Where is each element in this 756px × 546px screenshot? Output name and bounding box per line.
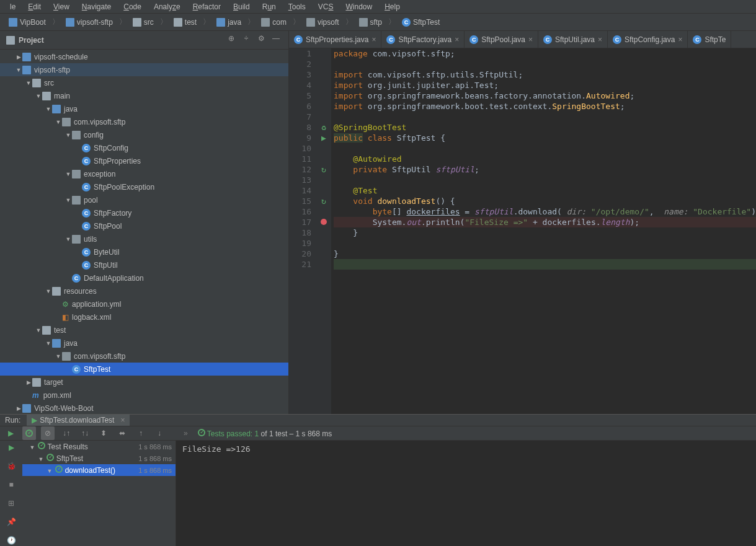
breadcrumb-item[interactable]: vipsoft-sftp	[62, 17, 117, 27]
run-tab[interactable]: ▶SftpTest.downloadTest×	[27, 415, 130, 426]
menu-edit[interactable]: Edit	[28, 2, 41, 11]
breadcrumb-item[interactable]: src	[129, 17, 158, 27]
tree-item[interactable]: ▼utils	[0, 232, 288, 245]
class-icon: C	[543, 35, 552, 44]
code-content[interactable]: package com.vipsoft.sftp;import com.vips…	[331, 48, 756, 414]
breadcrumb-item[interactable]: sftp	[355, 17, 386, 27]
breadcrumb-item[interactable]: java	[213, 17, 245, 27]
collapse-button[interactable]: ÷	[240, 34, 252, 46]
tree-item[interactable]: CDefaultApplication	[0, 271, 288, 284]
locate-button[interactable]: ⊕	[225, 34, 238, 46]
prev-button[interactable]: ↑	[134, 426, 148, 440]
folder-icon	[42, 92, 51, 100]
tree-item[interactable]: ▼com.vipsoft.sftp	[0, 350, 288, 363]
tree-item[interactable]: ▼main	[0, 89, 288, 102]
menu-tools[interactable]: Tools	[288, 2, 306, 11]
menu-run[interactable]: Run	[262, 2, 276, 11]
folder-icon	[42, 326, 51, 335]
editor-tab[interactable]: CSftpProperties.java×	[289, 31, 381, 48]
menu-window[interactable]: Window	[345, 2, 372, 11]
breadcrumb-item[interactable]: test	[170, 17, 200, 27]
editor-tab[interactable]: CSftpPool.java×	[465, 31, 538, 48]
folder-icon	[216, 18, 225, 27]
collapse-button[interactable]: ⬌	[115, 426, 129, 440]
toggle-pass-button[interactable]	[22, 426, 36, 440]
tree-item[interactable]: ▼java	[0, 337, 288, 350]
tree-item[interactable]: ▶target	[0, 376, 288, 389]
menu-file[interactable]: le	[10, 2, 16, 11]
breadcrumb-item[interactable]: com	[257, 17, 290, 27]
pin-button[interactable]: 📌	[5, 517, 17, 530]
tree-item[interactable]: ▶VipSoft-Web-Boot	[0, 402, 288, 414]
stop-button[interactable]: ■	[5, 480, 17, 493]
hide-button[interactable]: —	[270, 34, 282, 46]
editor-tab[interactable]: CSftpConfig.java×	[608, 31, 688, 48]
menu-analyze[interactable]: Analyze	[154, 2, 180, 11]
menu-refactor[interactable]: Refactor	[193, 2, 221, 11]
tree-item[interactable]: CSftpPoolException	[0, 180, 288, 193]
tree-item[interactable]: ◧logback.xml	[0, 310, 288, 324]
history-button[interactable]: 🕐	[5, 536, 17, 546]
menu-code[interactable]: Code	[123, 2, 141, 11]
project-tree[interactable]: ▶vipsoft-schedule▼vipsoft-sftp▼src▼main▼…	[0, 50, 288, 414]
folder-icon	[52, 339, 61, 348]
breadcrumb-item[interactable]: VipBoot	[5, 17, 50, 27]
tree-item[interactable]: ▼pool	[0, 193, 288, 206]
settings-button[interactable]: ⚙	[255, 34, 267, 46]
tree-item[interactable]: CSftpPool	[0, 219, 288, 232]
breadcrumb-item[interactable]: CSftpTest	[398, 17, 443, 27]
tree-item[interactable]: ▼vipsoft-sftp	[0, 63, 288, 76]
test-row[interactable]: ▼ Test Results1 s 868 ms	[22, 441, 176, 452]
test-row[interactable]: ▼ downloadTest()1 s 868 ms	[22, 464, 176, 476]
sort-button[interactable]: ↓↑	[60, 426, 73, 440]
next-button[interactable]: ↓	[153, 426, 166, 440]
close-icon[interactable]: ×	[678, 35, 682, 44]
tree-item[interactable]: CSftpConfig	[0, 141, 288, 154]
close-icon[interactable]: ×	[598, 35, 602, 44]
tree-item[interactable]: mpom.xml	[0, 389, 288, 402]
tree-item[interactable]: ▼test	[0, 324, 288, 337]
editor-tab[interactable]: CSftpFactory.java×	[381, 31, 465, 48]
tree-item[interactable]: ▼config	[0, 128, 288, 141]
sort2-button[interactable]: ↑↓	[78, 426, 92, 440]
test-tree[interactable]: ▼ Test Results1 s 868 ms▼ SftpTest1 s 86…	[22, 441, 176, 546]
tree-item[interactable]: CByteUtil	[0, 245, 288, 258]
breakpoint-icon[interactable]	[321, 219, 327, 225]
menu-vcs[interactable]: VCS	[318, 2, 334, 11]
rerun-button[interactable]: ▶	[4, 426, 17, 440]
gutter-markers[interactable]: ♻▶↻↻	[316, 48, 331, 414]
editor-tab[interactable]: CSftpUtil.java×	[538, 31, 608, 48]
tree-item[interactable]: CSftpTest	[0, 363, 288, 376]
console-output[interactable]: FileSize =>126	[176, 441, 756, 546]
folder-icon	[32, 378, 41, 387]
layout-button[interactable]: ⊞	[5, 499, 17, 511]
menu-help[interactable]: Help	[385, 2, 400, 11]
tree-item[interactable]: ▼exception	[0, 167, 288, 180]
close-icon[interactable]: ×	[371, 35, 376, 44]
expand-button[interactable]: ⬍	[97, 426, 110, 440]
tree-item[interactable]: CSftpProperties	[0, 154, 288, 167]
menu-navigate[interactable]: Navigate	[82, 2, 111, 11]
close-icon[interactable]: ×	[528, 35, 533, 44]
menu-build[interactable]: Build	[233, 2, 250, 11]
class-icon: C	[82, 144, 91, 152]
test-row[interactable]: ▼ SftpTest1 s 868 ms	[22, 452, 176, 464]
package-icon	[261, 18, 270, 27]
debug-button[interactable]: 🐞	[5, 462, 17, 474]
tree-item[interactable]: ▼resources	[0, 284, 288, 297]
toggle-ignore-button[interactable]: ⊘	[41, 426, 55, 440]
tree-item[interactable]: ▶vipsoft-schedule	[0, 50, 288, 63]
tree-item[interactable]: ▼com.vipsoft.sftp	[0, 115, 288, 128]
menu-view[interactable]: View	[53, 2, 69, 11]
editor-tab[interactable]: CSftpTe	[688, 31, 731, 48]
run-button[interactable]: ▶	[5, 443, 17, 456]
tree-item[interactable]: ▼java	[0, 102, 288, 115]
code-view[interactable]: 123456789101112131415161718192021 ♻▶↻↻ p…	[289, 48, 756, 414]
breadcrumb-item[interactable]: vipsoft	[303, 17, 343, 27]
tree-item[interactable]: CSftpUtil	[0, 258, 288, 271]
folder-icon	[32, 79, 41, 87]
tree-item[interactable]: ⚙application.yml	[0, 297, 288, 310]
tree-item[interactable]: CSftpFactory	[0, 206, 288, 219]
tree-item[interactable]: ▼src	[0, 76, 288, 89]
close-icon[interactable]: ×	[455, 35, 459, 44]
